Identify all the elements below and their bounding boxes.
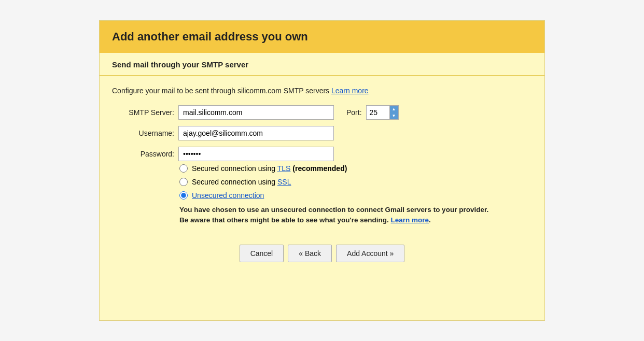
dialog: Add another email address you own Send m… [99, 20, 545, 321]
smtp-server-label: SMTP Server: [112, 108, 174, 117]
smtp-server-input[interactable] [178, 105, 334, 120]
port-label: Port: [346, 108, 362, 117]
smtp-server-row: SMTP Server: Port: ▲ ▼ [112, 105, 532, 120]
add-account-button[interactable]: Add Account » [336, 245, 404, 262]
unsecured-link[interactable]: Unsecured connection [192, 191, 264, 200]
back-button[interactable]: « Back [288, 245, 332, 262]
description: Configure your mail to be sent through s… [112, 87, 532, 95]
section-header-text: Send mail through your SMTP server [112, 60, 248, 69]
form-area: SMTP Server: Port: ▲ ▼ [112, 105, 532, 161]
cancel-label: Cancel [250, 249, 273, 258]
port-label-text: Port: [346, 108, 362, 117]
button-row: Cancel « Back Add Account » [112, 245, 532, 277]
unsecured-radio[interactable] [179, 191, 188, 200]
password-label: Password: [112, 150, 174, 158]
unsecured-radio-row: Unsecured connection [179, 191, 532, 200]
tls-radio-row: Secured connection using TLS (recommende… [179, 164, 532, 173]
smtp-server-label-text: SMTP Server: [129, 108, 174, 117]
username-input[interactable] [178, 126, 334, 140]
cancel-button[interactable]: Cancel [240, 245, 284, 262]
warning-text: You have chosen to use an unsecured conn… [179, 205, 491, 226]
content-area: Configure your mail to be sent through s… [100, 76, 544, 287]
radio-section: Secured connection using TLS (recommende… [179, 164, 532, 200]
port-input[interactable] [367, 106, 389, 119]
port-up-button[interactable]: ▲ [390, 106, 398, 112]
ssl-radio[interactable] [179, 178, 188, 186]
dialog-title: Add another email address you own [100, 21, 544, 53]
add-account-label: Add Account » [347, 249, 394, 258]
ssl-radio-row: Secured connection using SSL [179, 178, 532, 186]
tls-link[interactable]: TLS [277, 164, 291, 173]
tls-label: Secured connection using TLS (recommende… [192, 164, 347, 173]
port-wrapper: ▲ ▼ [366, 105, 399, 120]
dialog-body: Send mail through your SMTP server Confi… [100, 53, 544, 287]
warning-learn-more-link[interactable]: Learn more [391, 216, 429, 224]
password-label-text: Password: [141, 150, 174, 158]
ssl-link[interactable]: SSL [277, 178, 291, 186]
learn-more-label-top: Learn more [331, 87, 369, 95]
password-input[interactable] [178, 147, 334, 161]
port-down-button[interactable]: ▼ [390, 112, 398, 119]
title-text: Add another email address you own [112, 30, 308, 43]
warning-main-text: You have chosen to use an unsecured conn… [179, 206, 488, 224]
username-row: Username: [112, 126, 532, 140]
section-header: Send mail through your SMTP server [100, 53, 544, 76]
back-label: « Back [299, 249, 321, 258]
tls-radio[interactable] [179, 164, 188, 173]
username-label-text: Username: [139, 129, 174, 137]
username-label: Username: [112, 129, 174, 137]
learn-more-link-top[interactable]: Learn more [331, 87, 369, 95]
unsecured-label: Unsecured connection [192, 191, 264, 200]
password-row: Password: [112, 147, 532, 161]
port-spinner: ▲ ▼ [389, 106, 398, 119]
ssl-label: Secured connection using SSL [192, 178, 291, 186]
description-text: Configure your mail to be sent through s… [112, 87, 329, 95]
